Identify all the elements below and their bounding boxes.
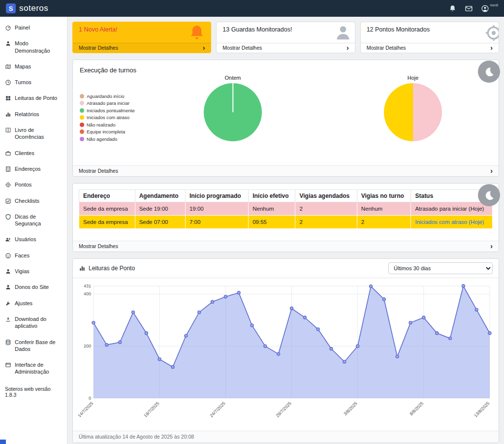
bottom-left-accent [0,440,6,444]
app-version-label: Soteros web versão 1.8.3 [0,380,67,404]
legend-item: Atrasado para iniciar [80,100,135,107]
shield-icon [5,214,11,220]
sidebar-item-label: Vigias [15,268,30,275]
table-cell: Sede da empresa [79,202,135,216]
points-target-icon [484,23,499,43]
sidebar-item-pontos[interactable]: Pontos [0,177,67,192]
shift-table-wrap: EndereçoAgendamentoInício programadoIníc… [73,184,499,241]
pie-group-yesterday: Ontem [198,75,267,141]
panel-title: Leituras de Ponto [89,265,135,272]
sidebar-item-checklists[interactable]: Checklists [0,193,67,209]
briefcase-icon [5,150,11,157]
legend-color-dot [80,94,84,98]
person-icon [5,40,11,47]
column-header: Endereço [79,190,135,202]
sidebar-item-conferir-base-de-dados[interactable]: Conferir Base de Dados [0,334,67,357]
sidebar-item-modo-demonstracao[interactable]: Modo Demonstração [0,35,67,59]
user-label: merdt [490,3,498,7]
pie-slice-divider [232,83,233,112]
sidebar-item-label: Mapas [15,63,31,70]
sidebar-item-relatorios[interactable]: Relatórios [0,106,67,122]
sidebar-item-enderecos[interactable]: Endereços [0,161,67,177]
target-icon [5,182,11,188]
download-icon [5,316,11,322]
book-icon [5,127,11,133]
show-details-link[interactable]: Mostrar Detalhes › [217,43,354,53]
users-icon [5,236,11,243]
map-icon [5,63,11,70]
sidebar-item-livro-de-ocorrencias[interactable]: Livro de Ocorrências [0,122,67,145]
sidebar-item-faces[interactable]: Faces [0,248,67,263]
table-cell: 09:55 [249,216,295,229]
shift-moon-icon [478,184,500,206]
point-readings-panel: Leituras de Ponto Últimos 30 dias 14/7/2… [72,258,499,443]
sidebar-item-interface-de-administracao[interactable]: Interface de Administração [0,357,67,380]
table-cell: Sede 07:00 [135,216,185,229]
clock-icon [5,79,11,86]
show-details-label: Mostrar Detalhes [367,45,406,51]
chevron-right-icon: › [490,244,493,249]
guards-person-icon [333,23,353,43]
shift-execution-panel: Execução de turnos Aguardando inícioAtra… [72,60,499,177]
sidebar-item-donos-do-site[interactable]: Donos do Site [0,279,67,295]
legend-item: Iniciados com atraso [80,114,135,122]
checklist-icon [5,198,11,204]
show-details-link[interactable]: Mostrar Detalhes › [73,165,499,176]
user-menu-button[interactable]: merdt [481,4,498,13]
date-range-select[interactable]: Últimos 30 dias [388,262,493,274]
sidebar-item-vigias[interactable]: Vigias [0,263,67,279]
navbar-actions: merdt [448,4,498,13]
sidebar-item-download-do-aplicativo[interactable]: Download do aplicativo [0,311,67,334]
sidebar-item-mapas[interactable]: Mapas [0,59,67,74]
table-cell: Nenhum [357,202,411,216]
show-details-link[interactable]: Mostrar Detalhes › [73,43,211,53]
shift-table-row[interactable]: Sede da empresaSede 07:007:0009:5522Inic… [79,216,493,229]
sidebar-item-label: Usuários [15,236,36,243]
column-header: Início programado [185,190,248,202]
alert-card-title: 1 Novo Alerta! [79,26,205,33]
sidebar-item-leituras-de-ponto[interactable]: Leituras de Ponto [0,90,67,106]
table-cell: 7:00 [185,216,248,229]
sidebar-item-painel[interactable]: Painel [0,20,67,35]
svg-text:200: 200 [84,344,91,349]
sidebar-item-label: Interface de Administração [15,361,62,376]
sidebar-item-label: Conferir Base de Dados [15,339,62,353]
shift-moon-icon [478,61,500,83]
sidebar-item-clientes[interactable]: Clientes [0,145,67,161]
person-icon [5,268,11,275]
notifications-bell-icon[interactable] [448,4,457,13]
brand-name: soteros [19,3,48,13]
shift-table-row[interactable]: Sede da empresaSede 19:0019:00Nenhum2Nen… [79,202,493,216]
shift-table-panel: EndereçoAgendamentoInício programadoIníc… [72,183,499,252]
sidebar-item-label: Painel [15,24,30,31]
show-details-link[interactable]: Mostrar Detalhes › [73,241,499,252]
legend-label: Atrasado para iniciar [87,100,129,106]
sidebar-item-label: Download do aplicativo [15,316,62,330]
shift-execution-body: Execução de turnos Aguardando inícioAtra… [73,60,499,165]
show-details-link[interactable]: Mostrar Detalhes › [361,43,499,53]
table-cell: Sede da empresa [79,216,135,229]
sidebar-item-label: Checklists [15,197,39,204]
column-header: Vigias agendados [295,190,357,202]
sidebar-item-label: Faces [15,252,30,259]
sidebar: PainelModo DemonstraçãoMapasTurnosLeitur… [0,17,67,444]
user-avatar-icon [481,4,489,13]
svg-text:431: 431 [84,284,91,288]
messages-envelope-icon[interactable] [465,4,473,13]
svg-text:24/7/2025: 24/7/2025 [209,401,226,418]
sidebar-item-ajustes[interactable]: Ajustes [0,295,67,311]
chevron-right-icon: › [490,45,493,50]
sidebar-item-dicas-de-seguranca[interactable]: Dicas de Segurança [0,209,67,232]
building-icon [5,166,11,172]
table-cell: 2 [357,216,411,229]
status-cell: Iniciados com atraso (Hoje) [411,216,493,229]
brand-home-link[interactable]: S soteros [6,3,48,13]
main-content: 1 Novo Alerta! Mostrar Detalhes › 13 Gua… [67,17,504,444]
sidebar-item-turnos[interactable]: Turnos [0,74,67,90]
face-icon [5,253,11,259]
svg-text:3/8/2025: 3/8/2025 [343,401,358,416]
legend-item: Não agendado [80,135,135,143]
table-cell: Sede 19:00 [135,202,185,216]
sidebar-item-label: Dicas de Segurança [15,213,62,227]
sidebar-item-usuarios[interactable]: Usuários [0,231,67,247]
